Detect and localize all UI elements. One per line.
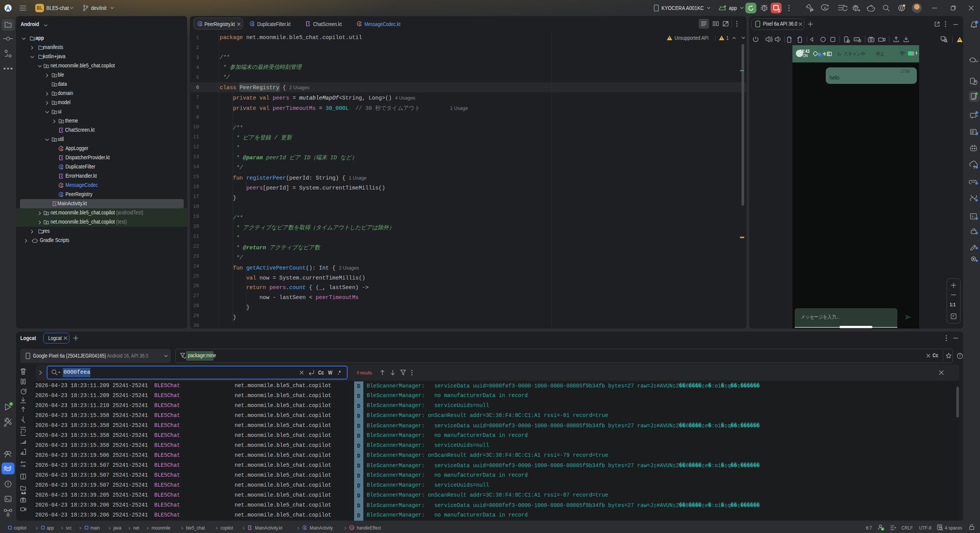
svg-text:m: m [351,526,353,530]
svg-text:11: 11 [818,53,823,57]
svg-text:?: ? [959,354,961,358]
svg-text:A: A [823,6,826,11]
